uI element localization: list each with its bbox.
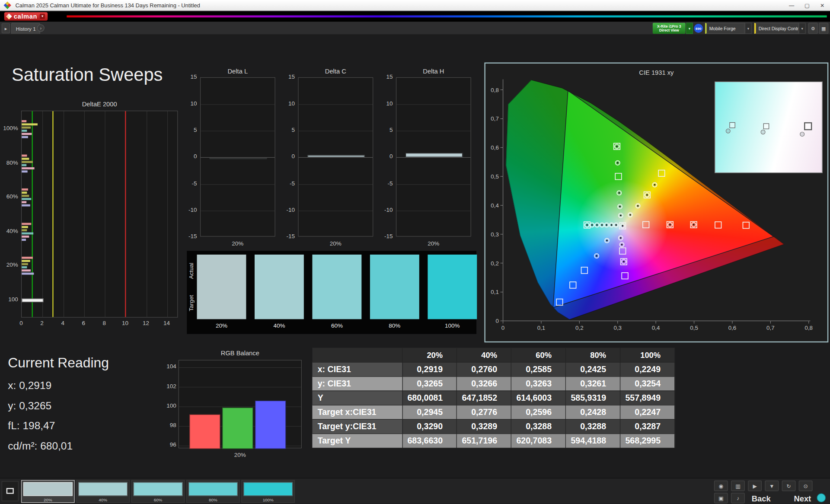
cie-x-tick: 0,1	[537, 325, 546, 331]
speaker-button[interactable]: ♪	[731, 493, 745, 503]
y-tick-label: 15	[377, 73, 393, 80]
layout-button[interactable]: ▦	[819, 23, 828, 34]
target-label: Target	[188, 287, 195, 319]
y-tick-label: 104	[160, 363, 176, 370]
deltae-bar	[22, 191, 27, 194]
swatch-80%	[370, 255, 419, 319]
display-dropdown[interactable]: ▾	[799, 23, 806, 34]
settings-button[interactable]: ⚙	[808, 23, 818, 34]
logo-menu-arrow-icon[interactable]: ▾	[40, 14, 45, 19]
saturation-tab-80%[interactable]: 80%	[186, 480, 240, 503]
saturation-tab-40%[interactable]: 40%	[76, 480, 130, 503]
meter-dropdown[interactable]: ▾	[686, 23, 693, 34]
y-tick-label: -15	[377, 233, 393, 239]
inset-measured-point	[800, 132, 804, 137]
y-tick-label: 40%	[0, 228, 18, 234]
measured-point-dot	[616, 146, 618, 147]
x-tick-label: 20%	[396, 240, 471, 247]
tab-history[interactable]: History 1	[11, 23, 41, 34]
next-indicator	[817, 493, 826, 502]
cie-y-tick: 0,5	[491, 173, 499, 180]
gridline	[84, 111, 84, 317]
measured-point-dot	[586, 224, 588, 226]
y-tick-label: 98	[160, 422, 176, 428]
history-expand-button[interactable]: ▸	[2, 23, 10, 33]
y-tick-label: 5	[181, 127, 197, 133]
cie-x-tick: 0,4	[652, 325, 660, 331]
minimize-button[interactable]: —	[784, 0, 799, 10]
target-point	[570, 282, 576, 288]
close-button[interactable]: ✕	[814, 0, 830, 10]
table-row: Target Y683,6630651,7196620,7083594,4188…	[312, 434, 674, 448]
deltae-bar	[22, 233, 33, 235]
y-tick-label: 102	[160, 383, 176, 389]
table-cell: 0,2760	[457, 362, 511, 376]
deltae-bar	[22, 158, 29, 160]
meter-button[interactable]: X-Rite i1Pro 3 Direct View	[653, 23, 686, 34]
data-table: 20%40%60%80%100%x: CIE310,29190,27600,25…	[312, 348, 675, 448]
table-cell: 0,3288	[566, 419, 620, 434]
refresh-button[interactable]: ↻	[782, 481, 796, 491]
rgb-bar-red	[189, 415, 220, 449]
deltae-bar	[22, 273, 34, 275]
source-button[interactable]: Mobile Forge	[705, 23, 745, 34]
ref-line-red	[125, 111, 126, 317]
target-point	[715, 222, 721, 228]
trash-button[interactable]: ▥	[731, 481, 745, 491]
y-tick-label: 80%	[0, 159, 18, 166]
x-tick-label: 20%	[298, 240, 373, 247]
cie-y-tick: 0,1	[491, 289, 499, 295]
meter-count-badge: 690	[694, 24, 703, 33]
measured-point-dot	[629, 214, 631, 216]
tab-swatch	[23, 482, 73, 496]
history-nav-button[interactable]: ›	[37, 24, 45, 32]
y-tick-label: 0	[181, 153, 197, 159]
gridline	[179, 387, 301, 387]
y-tick-label: 15	[181, 73, 197, 80]
calman-logo[interactable]: calman ▾	[4, 12, 48, 21]
table-cell: 0,3266	[457, 376, 511, 391]
cie-y-tick: 0,8	[491, 87, 499, 93]
saturation-tab-100%[interactable]: 100%	[241, 480, 295, 503]
gridline	[42, 111, 43, 317]
gridline	[396, 104, 470, 105]
deltae-bar	[22, 195, 29, 197]
play-button[interactable]: ▶	[748, 481, 762, 491]
maximize-button[interactable]: ▢	[799, 0, 815, 10]
saturation-tab-20%[interactable]: 20%	[21, 480, 75, 503]
delta-chart-l: Delta L151050-5-10-1520%	[181, 67, 275, 249]
rgb-bar-green	[222, 408, 253, 449]
display-button[interactable]: ▣	[714, 493, 728, 503]
save-button[interactable]: ▼	[765, 481, 779, 491]
chart-title: Delta H	[396, 68, 471, 75]
power-button[interactable]: ⊙	[799, 481, 813, 491]
deltae-bar	[22, 120, 26, 122]
delta-plot	[396, 77, 471, 237]
table-cell: 585,9319	[566, 391, 620, 405]
measured-point-dot	[606, 224, 607, 226]
table-cell: 0,2945	[402, 405, 457, 419]
deltae-bar	[22, 260, 30, 262]
swatch-label: 40%	[255, 322, 304, 329]
deltae-bar	[22, 263, 28, 265]
x-tick-label: 14	[159, 320, 174, 326]
deltae-bar	[22, 201, 26, 203]
y-tick-label: 100	[0, 296, 18, 302]
measured-point-dot	[621, 244, 623, 246]
y-tick-label: -10	[181, 206, 197, 213]
eye-button[interactable]: ◉	[714, 481, 728, 491]
measured-point-dot	[601, 224, 603, 226]
y-tick-label: -15	[181, 233, 197, 239]
display-control-button[interactable]: Direct Display Control	[754, 23, 799, 34]
x-tick-label: 8	[97, 320, 112, 326]
table-cell: 683,6630	[402, 434, 457, 448]
cie-x-tick: 0,3	[613, 325, 622, 331]
target-point	[622, 273, 628, 279]
back-button[interactable]: Back	[747, 493, 776, 503]
next-button[interactable]: Next	[790, 493, 814, 503]
x-tick-label: 0	[14, 320, 29, 326]
saturation-tab-60%[interactable]: 60%	[131, 480, 185, 503]
measured-point-dot	[596, 255, 597, 257]
source-dropdown[interactable]: ▾	[745, 23, 752, 34]
table-cell: 0,3287	[620, 419, 675, 434]
